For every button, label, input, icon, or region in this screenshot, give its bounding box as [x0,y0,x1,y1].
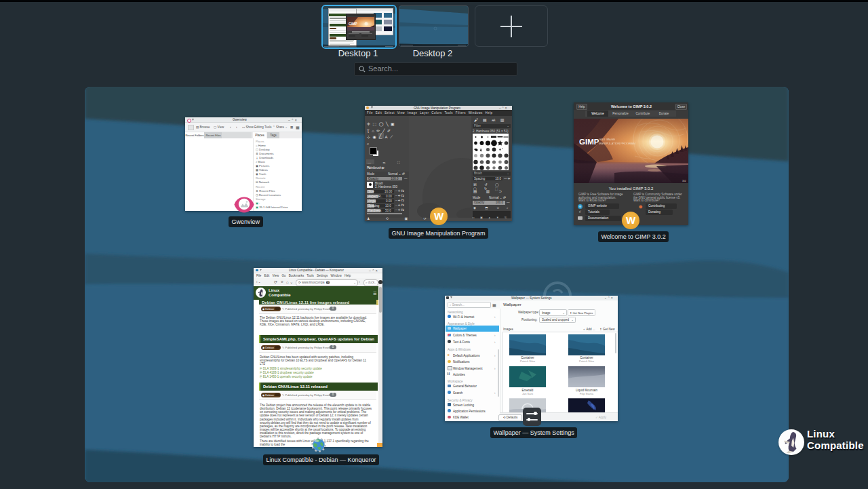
svg-text:3.0: 3.0 [682,179,686,182]
svg-text:GIMP: GIMP [579,138,599,146]
svg-text:GIMP: GIMP [349,22,357,26]
svg-text:GNU IMAGE: GNU IMAGE [599,138,615,141]
svg-text:MANIPULATION PROGRAM: MANIPULATION PROGRAM [599,142,635,145]
